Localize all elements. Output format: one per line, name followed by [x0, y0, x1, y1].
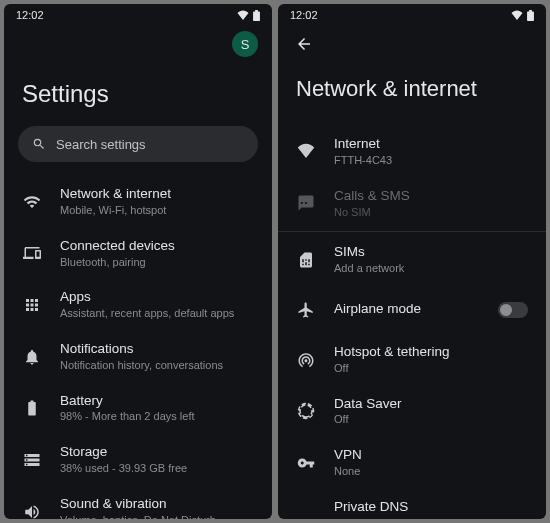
status-bar: 12:02: [278, 4, 546, 26]
wifi-icon: [296, 142, 316, 162]
battery-icon: [22, 398, 42, 418]
row-sub: None: [334, 465, 528, 479]
row-title: Private DNS: [334, 499, 528, 516]
avatar[interactable]: S: [232, 31, 258, 57]
row-sub: No SIM: [334, 206, 528, 220]
status-icons: [237, 10, 260, 21]
row-private-dns[interactable]: Private DNSOff: [278, 489, 546, 519]
row-sub: Notification history, conversations: [60, 359, 254, 373]
row-battery[interactable]: Battery98% - More than 2 days left: [4, 383, 272, 435]
row-notifications[interactable]: NotificationsNotification history, conve…: [4, 331, 272, 383]
status-time: 12:02: [290, 9, 318, 21]
row-sub: Off: [334, 362, 528, 376]
row-title: VPN: [334, 447, 528, 464]
status-time: 12:02: [16, 9, 44, 21]
row-sub: 38% used - 39.93 GB free: [60, 462, 254, 476]
row-sub: Volume, haptics, Do Not Disturb: [60, 514, 254, 519]
row-sub: Assistant, recent apps, default apps: [60, 307, 254, 321]
status-bar: 12:02: [4, 4, 272, 26]
row-sub: Bluetooth, pairing: [60, 256, 254, 270]
row-title: Battery: [60, 393, 254, 410]
row-sound[interactable]: Sound & vibrationVolume, haptics, Do Not…: [4, 486, 272, 519]
header-row: S: [4, 26, 272, 56]
airplane-toggle[interactable]: [498, 302, 528, 318]
row-title: Notifications: [60, 341, 254, 358]
settings-screen: 12:02 S Settings Search settings Network…: [4, 4, 272, 519]
row-sims[interactable]: SIMsAdd a network: [278, 234, 546, 286]
search-input[interactable]: Search settings: [18, 126, 258, 162]
row-apps[interactable]: AppsAssistant, recent apps, default apps: [4, 279, 272, 331]
row-sub: FTTH-4C43: [334, 154, 528, 168]
vpn-icon: [296, 453, 316, 473]
row-title: Storage: [60, 444, 254, 461]
row-data-saver[interactable]: Data SaverOff: [278, 386, 546, 438]
row-title: Connected devices: [60, 238, 254, 255]
battery-icon: [253, 10, 260, 21]
row-title: Hotspot & tethering: [334, 344, 528, 361]
row-title: Sound & vibration: [60, 496, 254, 513]
row-calls-sms: Calls & SMSNo SIM: [278, 178, 546, 230]
network-screen: 12:02 Network & internet InternetFTTH-4C…: [278, 4, 546, 519]
row-sub: Off: [334, 413, 528, 427]
bell-icon: [22, 347, 42, 367]
row-title: SIMs: [334, 244, 528, 261]
row-title: Data Saver: [334, 396, 528, 413]
row-sub: 98% - More than 2 days left: [60, 410, 254, 424]
row-title: Network & internet: [60, 186, 254, 203]
row-storage[interactable]: Storage38% used - 39.93 GB free: [4, 434, 272, 486]
row-title: Calls & SMS: [334, 188, 528, 205]
row-sub: Add a network: [334, 262, 528, 276]
status-icons: [511, 10, 534, 21]
airplane-icon: [296, 300, 316, 320]
settings-list: Network & internetMobile, Wi-Fi, hotspot…: [4, 176, 272, 519]
row-internet[interactable]: InternetFTTH-4C43: [278, 126, 546, 178]
sim-icon: [296, 250, 316, 270]
divider: [278, 231, 546, 232]
page-title: Network & internet: [278, 56, 546, 126]
row-airplane[interactable]: Airplane mode: [278, 286, 546, 334]
network-list: InternetFTTH-4C43 Calls & SMSNo SIM SIMs…: [278, 126, 546, 519]
row-network[interactable]: Network & internetMobile, Wi-Fi, hotspot: [4, 176, 272, 228]
header-row: [278, 26, 546, 56]
row-connected-devices[interactable]: Connected devicesBluetooth, pairing: [4, 228, 272, 280]
row-title: Airplane mode: [334, 301, 480, 318]
devices-icon: [22, 243, 42, 263]
data-saver-icon: [296, 401, 316, 421]
page-title: Settings: [4, 56, 272, 126]
wifi-icon: [22, 192, 42, 212]
row-title: Apps: [60, 289, 254, 306]
row-title: Internet: [334, 136, 528, 153]
phone-sms-icon: [296, 193, 316, 213]
volume-icon: [22, 502, 42, 519]
wifi-icon: [237, 10, 249, 20]
row-hotspot[interactable]: Hotspot & tetheringOff: [278, 334, 546, 386]
battery-icon: [527, 10, 534, 21]
row-sub: Mobile, Wi-Fi, hotspot: [60, 204, 254, 218]
row-vpn[interactable]: VPNNone: [278, 437, 546, 489]
arrow-back-icon: [295, 35, 313, 53]
search-icon: [32, 137, 46, 151]
apps-icon: [22, 295, 42, 315]
row-sub: Off: [334, 517, 528, 519]
search-placeholder: Search settings: [56, 137, 146, 152]
wifi-icon: [511, 10, 523, 20]
storage-icon: [22, 450, 42, 470]
hotspot-icon: [296, 350, 316, 370]
back-button[interactable]: [292, 32, 316, 56]
